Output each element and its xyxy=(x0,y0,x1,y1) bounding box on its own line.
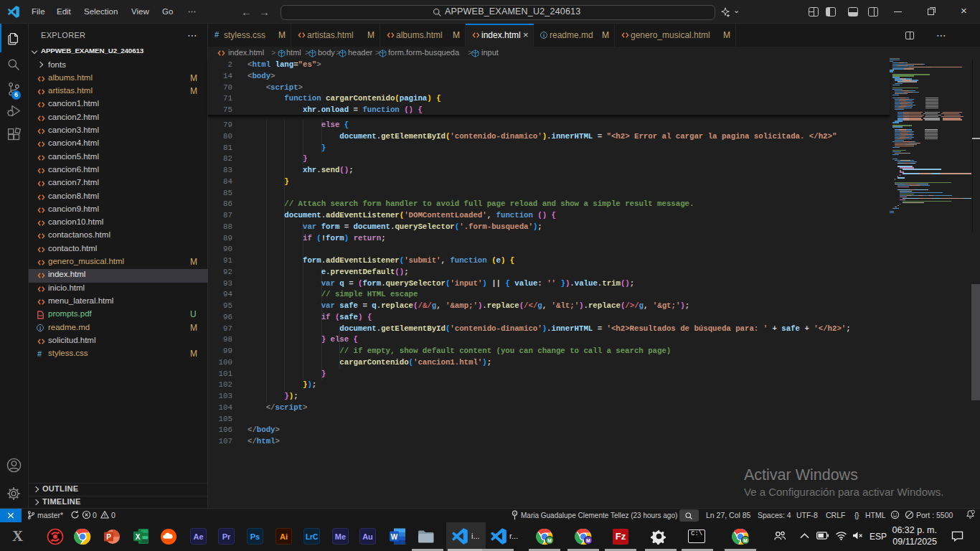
svg-text:P: P xyxy=(106,533,111,541)
svg-text:W: W xyxy=(391,533,398,541)
svg-text:X: X xyxy=(136,533,141,541)
